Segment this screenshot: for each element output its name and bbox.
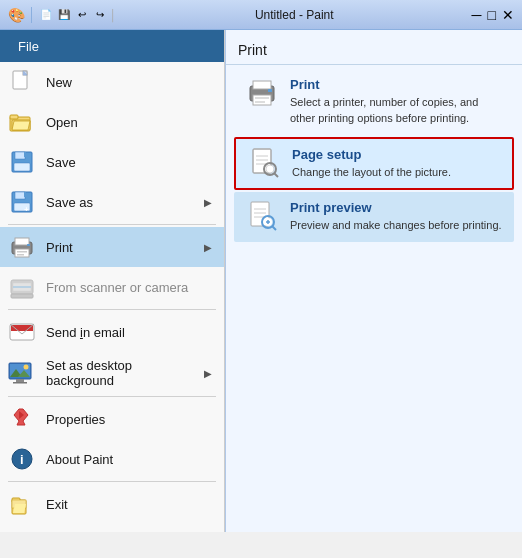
properties-menu-icon (8, 405, 36, 433)
separator-line: │ (110, 9, 117, 21)
svg-rect-20 (27, 244, 30, 246)
redo-icon[interactable]: ↪ (92, 7, 108, 23)
maximize-button[interactable]: □ (488, 7, 496, 23)
svg-marker-5 (12, 121, 30, 130)
svg-rect-44 (255, 101, 265, 103)
submenu-printpreview-content: Print preview Preview and make changes b… (290, 200, 502, 233)
svg-rect-19 (17, 254, 24, 256)
svg-line-52 (274, 173, 278, 177)
exit-label: Exit (46, 497, 212, 512)
divider-4 (8, 481, 216, 482)
submenu-print[interactable]: Print Select a printer, number of copies… (234, 69, 514, 135)
close-button[interactable]: ✕ (502, 7, 514, 23)
svg-rect-43 (255, 97, 269, 99)
save-icon[interactable]: 💾 (56, 7, 72, 23)
desktop-label: Set as desktop background (46, 358, 194, 388)
save-label: Save (46, 155, 212, 170)
menu-item-saveas[interactable]: + Save as ▶ (0, 182, 224, 222)
svg-point-33 (24, 365, 29, 370)
svg-rect-11 (15, 192, 25, 199)
file-tab-label: File (18, 39, 39, 54)
title-bar: 🎨 📄 💾 ↩ ↪ │ Untitled - Paint ─ □ ✕ (0, 0, 522, 30)
desktop-arrow: ▶ (204, 368, 212, 379)
svg-rect-17 (15, 249, 29, 257)
menu-item-properties[interactable]: Properties (0, 399, 224, 439)
saveas-arrow: ▶ (204, 197, 212, 208)
properties-label: Properties (46, 412, 212, 427)
svg-rect-30 (13, 382, 27, 384)
title-bar-icons: 🎨 📄 💾 ↩ ↪ │ (8, 7, 117, 23)
window-title: Untitled - Paint (117, 8, 472, 22)
file-tab[interactable]: File (0, 30, 224, 62)
submenu-pagesetup[interactable]: Page setup Change the layout of the pict… (234, 137, 514, 190)
print-menu-icon (8, 233, 36, 261)
submenu-pagesetup-content: Page setup Change the layout of the pict… (292, 147, 500, 180)
svg-rect-45 (268, 89, 272, 92)
submenu-printpreview-icon (246, 200, 278, 232)
new-icon[interactable]: 📄 (38, 7, 54, 23)
submenu-print-icon (246, 77, 278, 109)
new-label: New (46, 75, 212, 90)
submenu-printpreview-title: Print preview (290, 200, 502, 215)
window-controls[interactable]: ─ □ ✕ (472, 7, 514, 23)
submenu-panel: Print Print Select a printer, number of … (225, 30, 522, 532)
file-menu: File New Open (0, 30, 225, 532)
submenu-pagesetup-title: Page setup (292, 147, 500, 162)
new-menu-icon (8, 68, 36, 96)
svg-marker-39 (13, 504, 26, 513)
svg-line-59 (272, 226, 276, 230)
scanner-menu-icon (8, 273, 36, 301)
submenu-print-content: Print Select a printer, number of copies… (290, 77, 502, 127)
menu-item-desktop[interactable]: Set as desktop background ▶ (0, 352, 224, 394)
about-menu-icon: i (8, 445, 36, 473)
menu-item-print[interactable]: Print ▶ (0, 227, 224, 267)
exit-menu-icon (8, 490, 36, 518)
undo-icon[interactable]: ↩ (74, 7, 90, 23)
app-icon: 🎨 (8, 7, 25, 23)
open-label: Open (46, 115, 212, 130)
submenu-printpreview[interactable]: Print preview Preview and make changes b… (234, 192, 514, 241)
desktop-menu-icon (8, 359, 36, 387)
divider-2 (8, 309, 216, 310)
main-area: File New Open (0, 30, 522, 532)
toolbar-separator (31, 7, 32, 23)
svg-rect-16 (15, 238, 29, 245)
svg-rect-41 (253, 81, 271, 89)
menu-item-open[interactable]: Open (0, 102, 224, 142)
email-menu-icon (8, 318, 36, 346)
open-menu-icon (8, 108, 36, 136)
save-menu-icon (8, 148, 36, 176)
svg-rect-12 (24, 192, 26, 197)
print-arrow: ▶ (204, 242, 212, 253)
svg-rect-7 (15, 152, 25, 159)
svg-rect-23 (11, 294, 33, 298)
submenu-pagesetup-desc: Change the layout of the picture. (292, 166, 451, 178)
menu-item-scanner[interactable]: From scanner or camera (0, 267, 224, 307)
print-label: Print (46, 240, 194, 255)
svg-rect-18 (17, 251, 27, 253)
svg-rect-3 (10, 115, 18, 119)
submenu-print-desc: Select a printer, number of copies, and … (290, 96, 478, 124)
svg-rect-29 (16, 379, 24, 382)
svg-point-53 (266, 165, 274, 173)
svg-rect-9 (14, 163, 30, 171)
submenu-printpreview-desc: Preview and make changes before printing… (290, 219, 502, 231)
menu-item-email[interactable]: Send in email (0, 312, 224, 352)
submenu-title: Print (226, 38, 522, 65)
scanner-label: From scanner or camera (46, 280, 212, 295)
svg-rect-8 (24, 152, 26, 157)
menu-item-new[interactable]: New (0, 62, 224, 102)
menu-item-about[interactable]: i About Paint (0, 439, 224, 479)
submenu-print-title: Print (290, 77, 502, 92)
svg-text:i: i (20, 452, 24, 467)
about-label: About Paint (46, 452, 212, 467)
svg-rect-42 (253, 95, 271, 105)
divider-3 (8, 396, 216, 397)
saveas-menu-icon: + (8, 188, 36, 216)
minimize-button[interactable]: ─ (472, 7, 482, 23)
svg-text:+: + (24, 205, 29, 214)
email-label: Send in email (46, 325, 212, 340)
menu-item-save[interactable]: Save (0, 142, 224, 182)
submenu-pagesetup-icon (248, 147, 280, 179)
menu-item-exit[interactable]: Exit (0, 484, 224, 524)
